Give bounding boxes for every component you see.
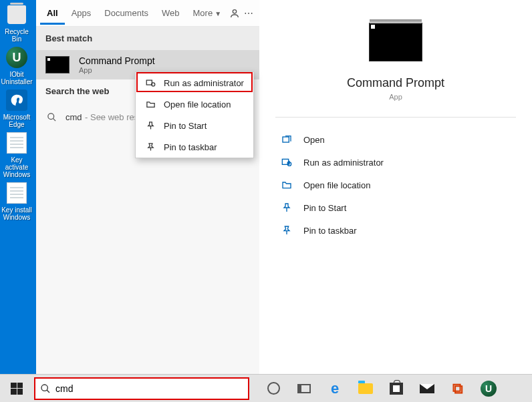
pin-start-icon [144,120,157,131]
svg-line-13 [47,390,49,393]
edge-icon: e [331,380,339,397]
notepad-icon [7,132,27,154]
iobit-icon: U [6,47,27,68]
command-prompt-large-icon [369,23,422,61]
account-icon[interactable] [228,8,241,19]
pin-taskbar-icon [279,224,294,236]
best-match-header: Best match [36,27,259,50]
context-item-pin-to-taskbar[interactable]: Pin to taskbar [136,136,253,158]
detail-action-open[interactable]: Open [275,128,516,151]
detail-action-pin-to-taskbar[interactable]: Pin to taskbar [275,219,516,242]
desktop-icon-key-install[interactable]: Key install Windows [0,181,33,221]
divider [275,117,516,118]
context-item-run-as-administrator[interactable]: Run as administrator [136,72,253,93]
svg-point-12 [41,385,47,391]
tab-web[interactable]: Web [155,1,186,25]
tab-apps[interactable]: Apps [65,1,98,25]
taskbar-iobit[interactable]: U [473,375,504,403]
search-panel: All Apps Documents Web More▼ ⋯ Best matc… [36,0,532,374]
detail-action-pin-to-start[interactable]: Pin to Start [275,196,516,219]
best-match-title: Command Prompt [79,55,155,66]
open-icon [279,134,294,146]
svg-point-1 [47,113,53,119]
detail-subtitle: App [389,93,402,101]
office-icon: ⧉ [452,380,463,397]
taskbar-office[interactable]: ⧉ [442,375,473,403]
context-menu: Run as administrator Open file location … [135,71,254,158]
cortana-icon [267,382,280,395]
desktop-icon-recycle-bin[interactable]: Recycle Bin [0,3,33,43]
detail-title: Command Prompt [347,76,444,90]
taskbar-file-explorer[interactable] [350,375,381,403]
start-button[interactable] [0,375,33,403]
ellipsis-icon[interactable]: ⋯ [242,8,255,19]
pin-taskbar-icon [144,142,157,152]
context-item-open-file-location[interactable]: Open file location [136,93,253,115]
command-prompt-icon [45,56,70,73]
search-box[interactable] [35,378,249,399]
taskbar: e ⧉ U [0,374,532,402]
tab-documents[interactable]: Documents [98,1,155,25]
context-item-pin-to-start[interactable]: Pin to Start [136,115,253,136]
task-view-icon [297,384,311,393]
desktop-icon-key-activate[interactable]: Key activate Windows [0,131,33,178]
desktop-icon-label: Recycle Bin [0,28,33,43]
taskbar-mail[interactable] [412,375,442,403]
admin-icon [279,156,294,168]
search-icon [45,111,57,123]
desktop-icon-label: Microsoft Edge [0,114,33,128]
iobit-icon: U [481,381,497,397]
svg-line-2 [53,118,55,121]
admin-icon [144,77,157,88]
detail-pane: Command Prompt App Open Run as administr… [259,0,532,374]
taskbar-edge[interactable]: e [319,375,350,403]
mail-icon [420,384,434,393]
web-search-query: cmd [65,112,82,122]
folder-icon [279,179,294,191]
search-icon [35,383,55,394]
detail-actions: Open Run as administrator Open file loca… [275,128,516,242]
pin-start-icon [279,202,294,214]
folder-icon [144,99,157,110]
taskbar-cortana[interactable] [258,375,289,403]
notepad-icon [7,182,27,204]
windows-logo-icon [11,383,23,395]
svg-rect-3 [283,137,289,142]
detail-action-run-as-administrator[interactable]: Run as administrator [275,151,516,174]
taskbar-task-view[interactable] [289,375,319,403]
tab-all[interactable]: All [40,1,65,25]
search-input[interactable] [55,383,248,394]
recycle-bin-icon [7,5,26,24]
desktop-icon-label: IObit Uninstaller [0,71,33,85]
tab-more[interactable]: More▼ [186,1,229,25]
desktop-icon-edge[interactable]: Microsoft Edge [0,88,33,128]
search-left-column: All Apps Documents Web More▼ ⋯ Best matc… [36,0,259,374]
desktop: Recycle Bin U IObit Uninstaller Microsof… [0,0,36,374]
desktop-icon-label: Key activate Windows [0,156,33,178]
search-tabs: All Apps Documents Web More▼ ⋯ [36,0,259,27]
store-icon [390,383,403,395]
taskbar-store[interactable] [381,375,412,403]
folder-icon [358,383,373,394]
edge-icon [6,89,27,111]
svg-point-0 [233,9,237,13]
detail-action-open-file-location[interactable]: Open file location [275,174,516,196]
desktop-icon-iobit[interactable]: U IObit Uninstaller [0,45,33,85]
desktop-icon-label: Key install Windows [0,206,33,221]
chevron-down-icon: ▼ [215,10,221,17]
